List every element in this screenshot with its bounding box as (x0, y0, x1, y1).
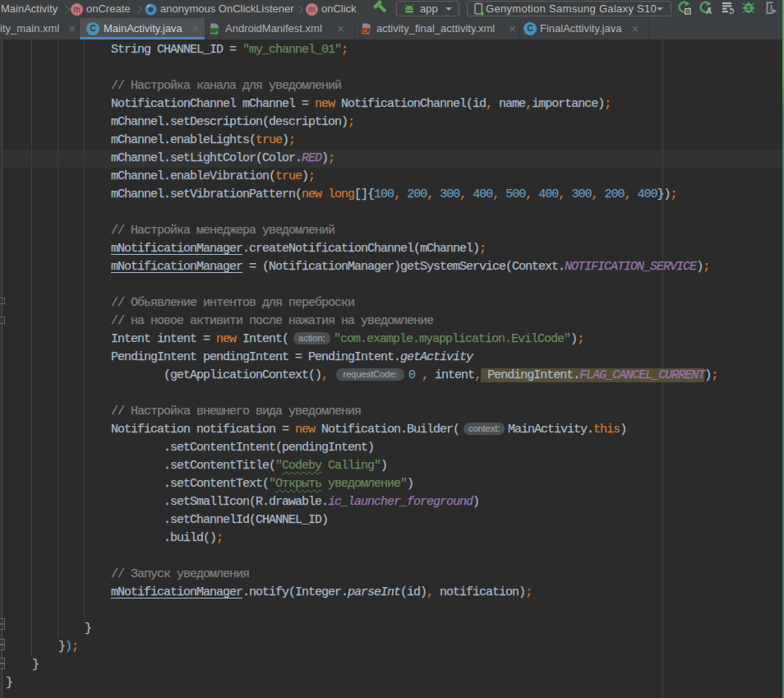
svg-text:CX: CX (362, 28, 371, 34)
svg-text:MF: MF (210, 28, 218, 34)
svg-text:A: A (706, 7, 712, 16)
